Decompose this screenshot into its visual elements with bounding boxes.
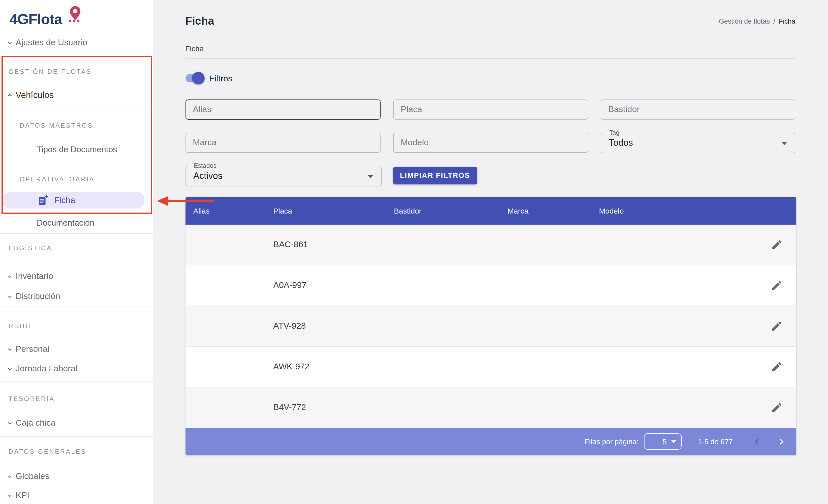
pencil-icon bbox=[771, 320, 783, 332]
sidebar-divider bbox=[0, 307, 153, 307]
estados-select-value: Activos bbox=[193, 171, 222, 181]
table-pagination-bar: Filas por página: 5 1-5 de 677 bbox=[185, 428, 796, 455]
pencil-icon bbox=[771, 238, 783, 250]
sidebar-item-vehiculos[interactable]: Vehículos bbox=[0, 89, 153, 101]
cell-placa: A0A-997 bbox=[273, 280, 394, 290]
pagination-range-label: 1-5 de 677 bbox=[698, 438, 733, 446]
pencil-icon bbox=[771, 279, 783, 291]
app-root: 4GFlota Ajustes de Usuario GESTIÓN DE FL… bbox=[0, 0, 828, 504]
sidebar: 4GFlota Ajustes de Usuario GESTIÓN DE FL… bbox=[0, 0, 153, 504]
section-datos-generales: DATOS GENERALES bbox=[8, 448, 86, 455]
sidebar-item-label: Inventario bbox=[15, 271, 53, 281]
main-content: Ficha Gestión de flotas / Ficha Ficha Fi… bbox=[153, 0, 828, 504]
filters-label: Filtros bbox=[209, 74, 233, 84]
pencil-icon bbox=[771, 401, 783, 413]
table-row: ATV-928 bbox=[185, 306, 796, 347]
toggle-knob-icon bbox=[192, 72, 204, 84]
edit-row-button[interactable] bbox=[770, 238, 783, 251]
section-logistica: LOGÍSTICA bbox=[8, 245, 52, 252]
sidebar-divider bbox=[0, 436, 153, 437]
sidebar-item-inventario[interactable]: Inventario bbox=[0, 270, 153, 282]
app-logo[interactable]: 4GFlota bbox=[0, 0, 153, 30]
header-divider bbox=[185, 58, 795, 59]
placa-input[interactable] bbox=[393, 99, 588, 119]
sidebar-item-label: Ajustes de Usuario bbox=[15, 38, 87, 48]
breadcrumb-separator: / bbox=[773, 17, 775, 25]
dropdown-arrow-icon bbox=[367, 175, 373, 178]
sidebar-item-label: Globales bbox=[15, 471, 49, 482]
sidebar-divider bbox=[0, 109, 153, 110]
column-header-alias: Alias bbox=[193, 206, 273, 215]
edit-row-button[interactable] bbox=[770, 320, 783, 333]
logo-text: 4GFlota bbox=[9, 11, 62, 28]
chevron-up-icon bbox=[5, 91, 13, 99]
sidebar-divider bbox=[0, 233, 153, 234]
chevron-left-icon bbox=[752, 437, 761, 446]
tag-select-label: Tag bbox=[607, 129, 621, 136]
page-title: Ficha bbox=[185, 14, 214, 28]
table-row: BAC-861 bbox=[185, 224, 796, 265]
marca-input[interactable] bbox=[185, 132, 381, 152]
chevron-down-icon bbox=[5, 272, 13, 280]
table-row: A0A-997 bbox=[185, 265, 796, 306]
next-page-button[interactable] bbox=[775, 436, 787, 448]
edit-row-button[interactable] bbox=[770, 361, 783, 374]
cell-placa: ATV-928 bbox=[273, 321, 394, 331]
page-subtitle: Ficha bbox=[185, 44, 204, 53]
table-row: AWK-972 bbox=[185, 347, 796, 387]
sidebar-item-documentacion[interactable]: Documentacion bbox=[37, 218, 94, 228]
sidebar-item-label: Distribución bbox=[15, 291, 60, 302]
sidebar-item-personal[interactable]: Personal bbox=[0, 343, 153, 355]
sidebar-divider bbox=[0, 381, 153, 382]
sidebar-item-label: Personal bbox=[15, 344, 49, 354]
table-row: B4V-772 bbox=[185, 387, 796, 428]
column-header-marca: Marca bbox=[507, 206, 599, 215]
chevron-down-icon bbox=[5, 292, 13, 301]
rows-per-page-select[interactable]: 5 bbox=[644, 433, 682, 450]
sidebar-item-label: Ficha bbox=[54, 195, 75, 205]
edit-row-button[interactable] bbox=[770, 279, 783, 292]
modelo-input[interactable] bbox=[393, 132, 588, 152]
sidebar-item-globales[interactable]: Globales bbox=[0, 470, 153, 483]
pencil-icon bbox=[771, 361, 783, 373]
section-gestion-flotas: GESTIÓN DE FLOTAS bbox=[8, 68, 92, 75]
estados-select[interactable]: Estados Activos bbox=[185, 166, 381, 186]
sidebar-item-ficha-active[interactable]: Ficha bbox=[2, 192, 145, 209]
clear-filters-button[interactable]: LIMPIAR FILTROS bbox=[393, 167, 477, 184]
dropdown-arrow-icon bbox=[781, 141, 787, 145]
breadcrumb-parent[interactable]: Gestión de flotas bbox=[719, 17, 770, 25]
previous-page-button[interactable] bbox=[751, 436, 763, 448]
column-header-placa: Placa bbox=[273, 206, 394, 215]
edit-row-button[interactable] bbox=[770, 401, 783, 414]
sidebar-item-jornada-laboral[interactable]: Jornada Laboral bbox=[0, 363, 153, 375]
tag-select[interactable]: Tag Todos bbox=[601, 132, 795, 153]
location-pin-icon bbox=[70, 6, 80, 21]
rows-per-page-label: Filas por página: bbox=[585, 438, 638, 446]
chevron-down-icon bbox=[5, 345, 13, 353]
sidebar-item-label: Jornada Laboral bbox=[15, 364, 77, 374]
sidebar-item-label: Vehículos bbox=[15, 90, 54, 100]
alias-input[interactable] bbox=[185, 99, 381, 119]
vehicles-table: Alias Placa Bastidor Marca Modelo BAC-86… bbox=[185, 197, 796, 455]
sidebar-item-distribucion[interactable]: Distribución bbox=[0, 290, 153, 303]
section-rrhh: RRHH bbox=[8, 323, 31, 330]
filters-toggle[interactable] bbox=[185, 74, 202, 82]
sidebar-item-kpi[interactable]: KPI bbox=[0, 490, 153, 502]
bastidor-input[interactable] bbox=[601, 99, 795, 119]
estados-select-label: Estados bbox=[192, 162, 218, 169]
breadcrumb: Gestión de flotas / Ficha bbox=[719, 17, 795, 25]
sidebar-item-caja-chica[interactable]: Caja chica bbox=[0, 417, 153, 429]
section-datos-maestros: DATOS MAESTROS bbox=[19, 122, 93, 129]
sidebar-item-tipos-documentos[interactable]: Tipos de Documentos bbox=[37, 145, 117, 154]
section-tesoreria: TESORERÍA bbox=[8, 396, 55, 403]
column-header-bastidor: Bastidor bbox=[394, 206, 507, 215]
column-header-modelo: Modelo bbox=[599, 206, 796, 215]
table-header-row: Alias Placa Bastidor Marca Modelo bbox=[185, 197, 796, 224]
breadcrumb-current: Ficha bbox=[779, 17, 795, 25]
rows-per-page-value: 5 bbox=[663, 437, 667, 446]
sidebar-item-ajustes-usuario[interactable]: Ajustes de Usuario bbox=[0, 37, 153, 49]
chevron-down-icon bbox=[5, 472, 13, 480]
chevron-down-icon bbox=[5, 39, 13, 47]
chevron-right-icon bbox=[777, 437, 786, 446]
cell-placa: B4V-772 bbox=[273, 402, 394, 412]
